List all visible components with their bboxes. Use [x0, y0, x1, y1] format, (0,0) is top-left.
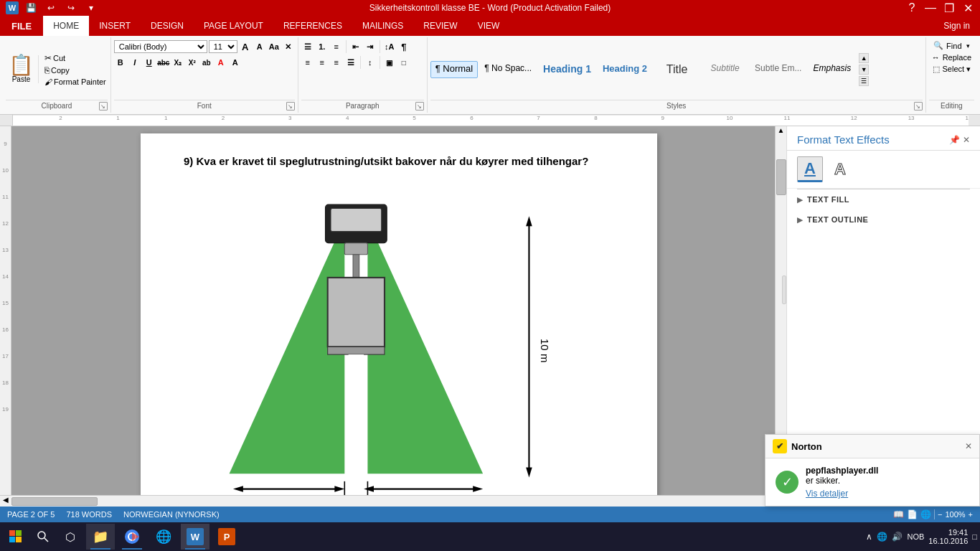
styles-expand[interactable]: ↘	[914, 102, 923, 110]
tab-home[interactable]: HOME	[43, 16, 89, 36]
tray-arrow[interactable]: ∧	[866, 532, 872, 542]
read-mode-button[interactable]: 📖	[893, 509, 904, 519]
style-title[interactable]: Title	[654, 61, 700, 78]
bold-button[interactable]: B	[114, 56, 127, 69]
document-area[interactable]: 9) Kva er kravet til speglutrustning/uts…	[11, 126, 786, 495]
word-taskbar[interactable]: W	[181, 524, 209, 550]
quick-access-undo[interactable]: ↩	[43, 0, 59, 16]
tab-page-layout[interactable]: PAGE LAYOUT	[194, 16, 273, 36]
select-button[interactable]: ⬚ Select ▾	[930, 64, 974, 75]
style-normal[interactable]: ¶ Normal	[430, 61, 479, 78]
format-painter-button[interactable]: 🖌 Format Painter	[43, 77, 108, 87]
font-size-select[interactable]: 11	[209, 40, 237, 53]
restore-button[interactable]: ❐	[943, 1, 956, 14]
quick-access-save[interactable]: 💾	[23, 0, 39, 16]
shading-button[interactable]: ▣	[383, 56, 396, 69]
network-icon[interactable]: 🌐	[877, 532, 887, 542]
bullets-button[interactable]: ☰	[301, 40, 314, 53]
decrease-indent-button[interactable]: ⇤	[349, 40, 362, 53]
tab-review[interactable]: REVIEW	[413, 16, 467, 36]
multilevel-list-button[interactable]: ≡	[330, 40, 343, 53]
paragraph-expand[interactable]: ↘	[415, 102, 424, 110]
line-spacing-button[interactable]: ↕	[364, 56, 377, 69]
web-layout-button[interactable]: 🌐	[920, 509, 931, 519]
edge-taskbar[interactable]: 🌐	[149, 524, 178, 550]
powerpoint-taskbar[interactable]: P	[212, 524, 241, 550]
minimize-button[interactable]: —	[924, 1, 937, 14]
h-scroll-left[interactable]: ◀	[0, 496, 11, 507]
justify-button[interactable]: ☰	[344, 56, 357, 69]
volume-icon[interactable]: 🔊	[892, 532, 903, 542]
style-subtle-em[interactable]: Subtle Em...	[750, 61, 806, 78]
task-view-button[interactable]: ⬡	[57, 524, 83, 550]
styles-scroll-up[interactable]: ▲	[859, 53, 869, 63]
font-grow-button[interactable]: A	[239, 40, 252, 53]
scroll-up-button[interactable]: ▲	[776, 126, 787, 138]
font-name-select[interactable]: Calibri (Body)	[114, 40, 207, 53]
styles-more[interactable]: ☰	[859, 76, 869, 86]
chrome-taskbar[interactable]	[118, 524, 146, 550]
print-layout-button[interactable]: 📄	[907, 509, 918, 519]
tab-view[interactable]: VIEW	[468, 16, 510, 36]
subscript-button[interactable]: X₂	[171, 56, 184, 69]
styles-scroll-down[interactable]: ▼	[859, 65, 869, 75]
tab-references[interactable]: REFERENCES	[273, 16, 352, 36]
align-left-button[interactable]: ≡	[301, 56, 314, 69]
show-hide-button[interactable]: ¶	[397, 40, 410, 53]
increase-indent-button[interactable]: ⇥	[364, 40, 377, 53]
borders-button[interactable]: □	[397, 56, 410, 69]
norton-close-button[interactable]: ✕	[965, 441, 972, 451]
shading-color-button[interactable]: A	[229, 56, 242, 69]
zoom-in-button[interactable]: +	[969, 510, 973, 519]
h-scroll-thumb[interactable]	[11, 497, 98, 506]
quick-access-redo[interactable]: ↪	[63, 0, 79, 16]
clock-display[interactable]: 19:41 16.10.2016	[928, 528, 968, 545]
zoom-out-button[interactable]: −	[938, 510, 942, 519]
font-color-button[interactable]: A	[215, 56, 227, 69]
find-button[interactable]: 🔍 Find ▾	[930, 40, 972, 51]
style-heading1[interactable]: Heading 1	[538, 61, 596, 78]
align-right-button[interactable]: ≡	[330, 56, 343, 69]
underline-button[interactable]: U	[143, 56, 156, 69]
paste-button[interactable]: 📋 Paste	[6, 55, 39, 83]
style-subtitle[interactable]: Subtitle	[702, 61, 748, 78]
change-case-button[interactable]: Aa	[268, 40, 281, 53]
panel-close-button[interactable]: ✕	[963, 135, 970, 145]
cut-button[interactable]: ✂ Cut	[43, 52, 108, 64]
tab-insert[interactable]: INSERT	[89, 16, 141, 36]
text-fill-header[interactable]: ▶ TEXT FILL	[797, 192, 970, 207]
start-button[interactable]	[3, 524, 29, 550]
tab-mailings[interactable]: MAILINGS	[352, 16, 413, 36]
help-button[interactable]: ?	[905, 1, 918, 14]
clipboard-expand[interactable]: ↘	[99, 102, 108, 110]
file-menu[interactable]: FILE	[0, 16, 43, 36]
numbering-button[interactable]: 1.	[316, 40, 329, 53]
clear-format-button[interactable]: ✕	[282, 40, 295, 53]
style-emphasis[interactable]: Emphasis	[808, 61, 856, 78]
text-fill-icon-a[interactable]: A	[797, 156, 823, 182]
style-heading2[interactable]: Heading 2	[598, 61, 652, 78]
text-highlight-button[interactable]: ab	[200, 56, 213, 69]
copy-button[interactable]: ⎘ Copy	[43, 65, 108, 76]
align-center-button[interactable]: ≡	[316, 56, 329, 69]
italic-button[interactable]: I	[128, 56, 141, 69]
text-outline-icon-a[interactable]: A	[827, 156, 853, 182]
file-explorer-taskbar[interactable]: 📁	[86, 524, 115, 550]
replace-button[interactable]: ↔ Replace	[929, 52, 974, 62]
font-expand[interactable]: ↘	[286, 102, 295, 110]
quick-access-dropdown[interactable]: ▾	[83, 0, 99, 16]
style-no-spacing[interactable]: ¶ No Spac...	[479, 61, 537, 78]
language-indicator[interactable]: NOB	[907, 532, 924, 541]
strikethrough-button[interactable]: abc	[157, 56, 170, 69]
tab-design[interactable]: DESIGN	[141, 16, 194, 36]
font-shrink-button[interactable]: A	[253, 40, 266, 53]
notification-button[interactable]: □	[972, 532, 977, 541]
panel-resize-handle[interactable]	[782, 276, 786, 304]
superscript-button[interactable]: X²	[186, 56, 199, 69]
text-outline-header[interactable]: ▶ TEXT OUTLINE	[797, 212, 970, 227]
search-button[interactable]	[32, 524, 55, 550]
scroll-thumb[interactable]	[776, 159, 786, 195]
sort-button[interactable]: ↕A	[383, 40, 396, 53]
panel-pin-button[interactable]: 📌	[949, 135, 960, 145]
norton-details-link[interactable]: Vis detaljer	[806, 486, 878, 499]
